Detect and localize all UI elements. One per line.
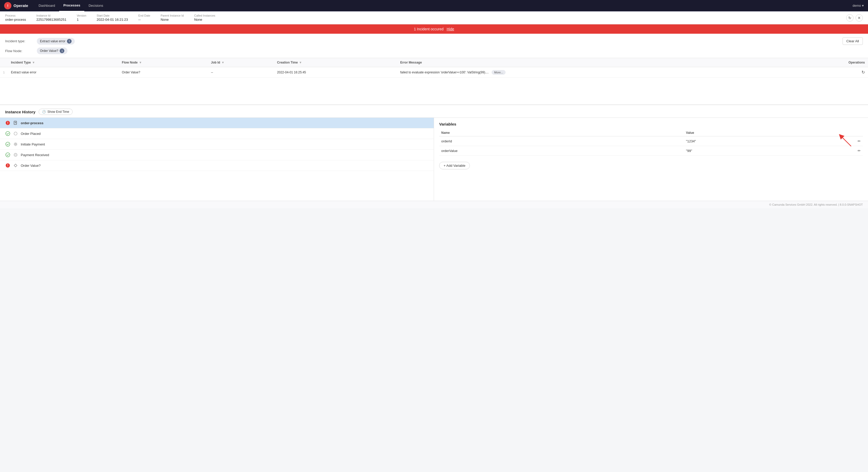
version-value: 1 — [77, 18, 86, 22]
incidents-table-wrap: Incident Type ▾ Flow Node ▾ Job Id ▾ Cre… — [0, 58, 868, 105]
col-incident-type[interactable]: Incident Type ▾ — [8, 58, 119, 67]
incident-type-filter-row: Incident type: Extract value error 1 Cle… — [5, 37, 863, 45]
incidents-table: Incident Type ▾ Flow Node ▾ Job Id ▾ Cre… — [0, 58, 868, 77]
instance-history-section: Instance History 🕐 Show End Time ! order… — [0, 105, 868, 201]
creation-time-cell: 2022-04-01 16:25:45 — [274, 67, 397, 77]
circle-icon — [13, 131, 18, 136]
history-item-initiate-payment[interactable]: Initiate Payment — [0, 139, 434, 150]
var-name: orderValue — [439, 146, 684, 156]
instance-id-value: 2251799813685251 — [36, 18, 66, 22]
svg-point-10 — [14, 153, 17, 156]
show-end-time-button[interactable]: 🕐 Show End Time — [39, 109, 73, 115]
edit-variable-button[interactable]: ✏ — [858, 139, 861, 143]
nav-dashboard[interactable]: Dashboard — [34, 0, 59, 11]
start-date-value: 2022-04-01 16:21:23 — [97, 18, 128, 22]
show-end-time-label: Show End Time — [48, 110, 69, 114]
app-name: Operate — [13, 3, 28, 8]
incident-type-tag[interactable]: Extract value error 1 — [37, 38, 75, 44]
sort-icon: ▾ — [222, 61, 224, 64]
parent-instance-label: Parent Instance Id — [161, 14, 184, 17]
hide-incident-link[interactable]: Hide — [447, 27, 454, 31]
svg-point-6 — [14, 132, 17, 135]
job-id-cell: -- — [208, 67, 274, 77]
flow-node-count: 1 — [60, 49, 64, 53]
table-header-row: Incident Type ▾ Flow Node ▾ Job Id ▾ Cre… — [0, 58, 868, 67]
app-logo: ! Operate — [4, 2, 28, 9]
instance-history-body: ! order-process Order Placed — [0, 118, 868, 201]
history-item-order-placed[interactable]: Order Placed — [0, 128, 434, 139]
svg-point-5 — [6, 131, 10, 136]
sort-icon: ▾ — [33, 61, 34, 64]
filter-area: Incident type: Extract value error 1 Cle… — [0, 34, 868, 58]
complete-icon — [5, 152, 10, 157]
complete-icon — [5, 141, 10, 147]
col-error-message: Error Message — [397, 58, 788, 67]
error-message-cell: failed to evaluate expression 'orderValu… — [397, 67, 788, 77]
nav-links: Dashboard Processes Decisions — [34, 0, 853, 11]
cancel-process-button[interactable]: ✕ — [856, 14, 863, 22]
retry-incident-button[interactable]: ↻ — [862, 70, 865, 75]
incident-banner: 1 Incident occured Hide — [0, 24, 868, 34]
svg-point-7 — [6, 142, 10, 146]
footer-text: © Camunda Services GmbH 2022. All rights… — [769, 203, 863, 206]
variables-header-row: Name Value — [439, 129, 863, 136]
var-value: "1234" — [684, 136, 852, 146]
logo-icon: ! — [4, 2, 11, 9]
complete-icon — [5, 131, 10, 136]
instance-history-header: Instance History 🕐 Show End Time — [0, 105, 868, 118]
edit-variable-button[interactable]: ✏ — [858, 149, 861, 153]
svg-rect-14 — [14, 164, 17, 167]
end-date-meta: End Date -- — [138, 14, 150, 22]
table-row: 1 Extract value error Order Value? -- 20… — [0, 67, 868, 77]
var-value: "99" — [684, 146, 852, 156]
operations-cell: ↻ — [788, 67, 868, 77]
svg-text:!: ! — [7, 164, 8, 167]
col-operations: Operations — [788, 58, 868, 67]
variables-panel: Variables Name Value orderId "1234" ✏ — [434, 118, 868, 201]
history-item-label: order-process — [21, 121, 43, 125]
svg-text:!: ! — [7, 121, 8, 125]
col-num — [0, 58, 8, 67]
process-name-meta: Process order-process — [5, 14, 26, 22]
col-creation-time[interactable]: Creation Time ▾ — [274, 58, 397, 67]
sort-icon: ▾ — [300, 61, 301, 64]
variable-row: orderId "1234" ✏ — [439, 136, 863, 146]
variables-table: Name Value orderId "1234" ✏ orderValu — [439, 129, 863, 156]
var-value-col: Value — [684, 129, 852, 136]
end-date-value: -- — [138, 18, 150, 22]
col-job-id[interactable]: Job Id ▾ — [208, 58, 274, 67]
called-instances-meta: Called Instances None — [194, 14, 215, 22]
incident-type-count: 1 — [67, 39, 71, 43]
history-item-order-value[interactable]: ! Order Value? — [0, 160, 434, 171]
variable-row: orderValue "99" ✏ — [439, 146, 863, 156]
flow-node-tag[interactable]: Order Value? 1 — [37, 48, 67, 54]
user-menu[interactable]: demo ▾ — [852, 4, 864, 7]
nav-processes[interactable]: Processes — [59, 0, 84, 11]
col-flow-node[interactable]: Flow Node ▾ — [119, 58, 208, 67]
file-icon — [13, 120, 18, 126]
end-date-label: End Date — [138, 14, 150, 17]
process-label: Process — [5, 14, 26, 17]
flow-node-filter-label: Flow Node: — [5, 49, 34, 53]
history-item-label: Order Placed — [21, 132, 41, 136]
history-item-label: Initiate Payment — [21, 143, 45, 146]
called-instances-label: Called Instances — [194, 14, 215, 17]
history-item-order-process[interactable]: ! order-process — [0, 118, 434, 128]
svg-point-9 — [6, 153, 10, 157]
var-name-col: Name — [439, 129, 684, 136]
start-date-label: Start Date — [97, 14, 128, 17]
instance-id-meta: Instance Id 2251799813685251 — [36, 14, 66, 22]
gear-icon — [13, 141, 18, 147]
error-icon: ! — [5, 163, 10, 168]
history-item-payment-received[interactable]: Payment Received — [0, 150, 434, 160]
nav-decisions[interactable]: Decisions — [84, 0, 107, 11]
more-button[interactable]: More... — [492, 70, 505, 75]
incident-type-tag-label: Extract value error — [40, 39, 65, 43]
retry-process-button[interactable]: ↻ — [846, 14, 854, 22]
add-variable-button[interactable]: + Add Variable — [439, 162, 470, 169]
history-item-label: Payment Received — [21, 153, 49, 157]
parent-instance-meta: Parent Instance Id None — [161, 14, 184, 22]
clear-all-button[interactable]: Clear All — [843, 37, 863, 45]
svg-point-8 — [15, 144, 17, 145]
clock-icon: 🕐 — [42, 110, 46, 114]
